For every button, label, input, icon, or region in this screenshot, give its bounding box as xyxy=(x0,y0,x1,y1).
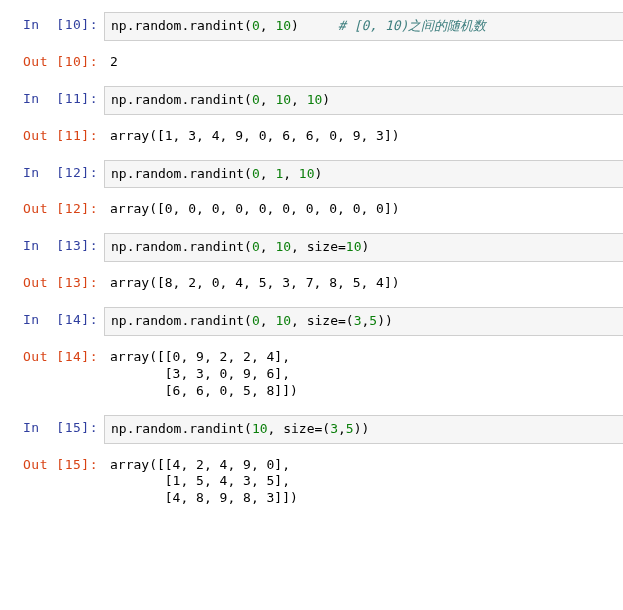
output-cell: Out [11]:array([1, 3, 4, 9, 0, 6, 6, 0, … xyxy=(0,123,623,150)
code-token: 0 xyxy=(252,166,260,181)
code-token: , xyxy=(260,18,276,33)
code-token: 5 xyxy=(369,313,377,328)
input-cell: In [12]:np.random.randint(0, 1, 10) xyxy=(0,160,623,189)
in-prompt: In [10]: xyxy=(0,12,104,34)
output-text: array([1, 3, 4, 9, 0, 6, 6, 0, 9, 3]) xyxy=(104,123,623,150)
code-token: )) xyxy=(377,313,393,328)
code-token: 10 xyxy=(252,421,268,436)
out-prompt: Out [11]: xyxy=(0,123,104,145)
code-token: 10 xyxy=(307,92,323,107)
out-prompt: Out [12]: xyxy=(0,196,104,218)
code-token: , size=( xyxy=(268,421,331,436)
code-token: 10 xyxy=(275,239,291,254)
code-token: , xyxy=(338,421,346,436)
output-text: array([[4, 2, 4, 9, 0], [1, 5, 4, 3, 5],… xyxy=(104,452,623,513)
out-prompt: Out [15]: xyxy=(0,452,104,474)
code-token: ) xyxy=(361,239,369,254)
code-token: )) xyxy=(354,421,370,436)
output-cell: Out [15]:array([[4, 2, 4, 9, 0], [1, 5, … xyxy=(0,452,623,513)
code-input[interactable]: np.random.randint(0, 10, 10) xyxy=(104,86,623,115)
code-token: 10 xyxy=(275,18,291,33)
input-cell: In [11]:np.random.randint(0, 10, 10) xyxy=(0,86,623,115)
output-cell: Out [10]:2 xyxy=(0,49,623,76)
code-token: np.random.randint( xyxy=(111,166,252,181)
in-prompt: In [12]: xyxy=(0,160,104,182)
output-cell: Out [12]:array([0, 0, 0, 0, 0, 0, 0, 0, … xyxy=(0,196,623,223)
code-input[interactable]: np.random.randint(0, 10) # [0, 10)之间的随机数 xyxy=(104,12,623,41)
in-prompt: In [14]: xyxy=(0,307,104,329)
input-cell: In [10]:np.random.randint(0, 10) # [0, 1… xyxy=(0,12,623,41)
code-token: ) xyxy=(291,18,338,33)
code-token: , xyxy=(260,239,276,254)
code-token: , xyxy=(283,166,299,181)
input-cell: In [13]:np.random.randint(0, 10, size=10… xyxy=(0,233,623,262)
code-input[interactable]: np.random.randint(0, 10, size=(3,5)) xyxy=(104,307,623,336)
code-token: 0 xyxy=(252,92,260,107)
code-token: ) xyxy=(315,166,323,181)
code-token: , size=( xyxy=(291,313,354,328)
code-token: , xyxy=(291,92,307,107)
code-token: 0 xyxy=(252,18,260,33)
code-token: 10 xyxy=(299,166,315,181)
in-prompt: In [15]: xyxy=(0,415,104,437)
code-token: 10 xyxy=(346,239,362,254)
code-token: np.random.randint( xyxy=(111,239,252,254)
code-token: np.random.randint( xyxy=(111,92,252,107)
out-prompt: Out [14]: xyxy=(0,344,104,366)
code-token: np.random.randint( xyxy=(111,421,252,436)
code-token: ) xyxy=(322,92,330,107)
code-input[interactable]: np.random.randint(0, 1, 10) xyxy=(104,160,623,189)
output-text: array([[0, 9, 2, 2, 4], [3, 3, 0, 9, 6],… xyxy=(104,344,623,405)
code-token: np.random.randint( xyxy=(111,313,252,328)
code-token: 10 xyxy=(275,313,291,328)
code-token: , xyxy=(260,92,276,107)
code-token: 0 xyxy=(252,313,260,328)
code-token: np.random.randint( xyxy=(111,18,252,33)
code-input[interactable]: np.random.randint(0, 10, size=10) xyxy=(104,233,623,262)
code-token: 3 xyxy=(330,421,338,436)
out-prompt: Out [13]: xyxy=(0,270,104,292)
code-token: 0 xyxy=(252,239,260,254)
input-cell: In [15]:np.random.randint(10, size=(3,5)… xyxy=(0,415,623,444)
code-token: 5 xyxy=(346,421,354,436)
output-cell: Out [13]:array([8, 2, 0, 4, 5, 3, 7, 8, … xyxy=(0,270,623,297)
input-cell: In [14]:np.random.randint(0, 10, size=(3… xyxy=(0,307,623,336)
code-token: , xyxy=(260,166,276,181)
code-token: 10 xyxy=(275,92,291,107)
in-prompt: In [11]: xyxy=(0,86,104,108)
code-token: , xyxy=(260,313,276,328)
code-token: , size= xyxy=(291,239,346,254)
out-prompt: Out [10]: xyxy=(0,49,104,71)
output-text: 2 xyxy=(104,49,623,76)
output-text: array([0, 0, 0, 0, 0, 0, 0, 0, 0, 0]) xyxy=(104,196,623,223)
in-prompt: In [13]: xyxy=(0,233,104,255)
code-token: # [0, 10)之间的随机数 xyxy=(338,18,486,33)
output-text: array([8, 2, 0, 4, 5, 3, 7, 8, 5, 4]) xyxy=(104,270,623,297)
output-cell: Out [14]:array([[0, 9, 2, 2, 4], [3, 3, … xyxy=(0,344,623,405)
code-input[interactable]: np.random.randint(10, size=(3,5)) xyxy=(104,415,623,444)
